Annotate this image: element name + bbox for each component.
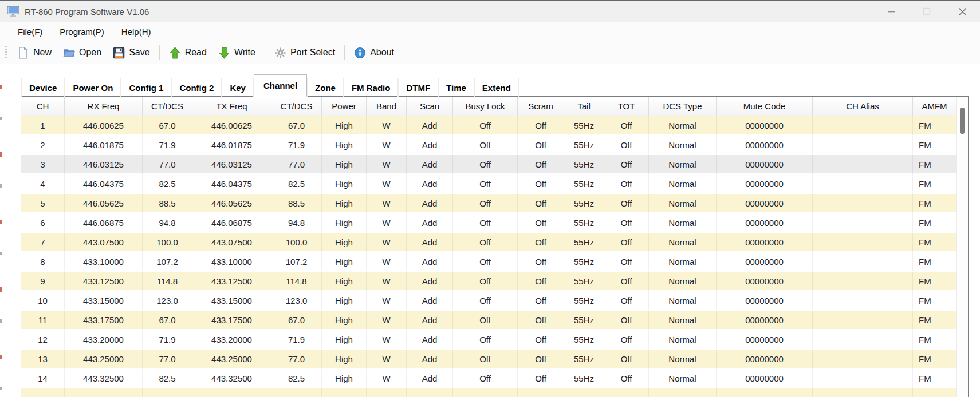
cell-busy-lock-8[interactable]: Off — [453, 252, 518, 272]
cell-rx-freq-1[interactable]: 446.03125 — [65, 155, 143, 174]
cell-band-6[interactable]: W — [367, 291, 407, 311]
cell-tail-10[interactable]: 55Hz — [564, 213, 604, 233]
cell-mute-code-13[interactable]: 00000000 — [717, 252, 813, 272]
table-row[interactable]: 10433.15000123.0433.15000123.0HighWAddOf… — [21, 291, 956, 311]
cell-ch-alias-14[interactable] — [813, 116, 913, 136]
cell-tx-freq-3[interactable]: 433.20000 — [192, 330, 271, 350]
table-row[interactable]: 9433.12500114.8433.12500114.8HighWAddOff… — [21, 272, 956, 291]
cell-tx-freq-3[interactable]: 446.06875 — [192, 213, 271, 233]
cell-ct-dcs-2[interactable]: 94.8 — [143, 213, 192, 233]
cell-ch-0[interactable]: 14 — [21, 369, 65, 388]
cell-dcs-type-12[interactable]: Normal — [649, 369, 717, 388]
table-row[interactable]: 8433.10000107.2433.10000107.2HighWAddOff… — [21, 252, 956, 272]
cell-scram-9[interactable]: Off — [518, 233, 564, 252]
cell-amfm-15[interactable]: FM — [913, 252, 956, 272]
cell-busy-lock-8[interactable]: Off — [453, 350, 518, 369]
open-button[interactable]: Open — [57, 45, 107, 61]
cell-band-6[interactable]: W — [367, 174, 407, 194]
cell-amfm-15[interactable]: FM — [913, 369, 956, 388]
cell-busy-lock-8[interactable]: Off — [453, 369, 518, 388]
cell-band-6[interactable]: W — [367, 369, 407, 388]
cell-mute-code-13[interactable]: 00000000 — [717, 272, 813, 291]
cell-rx-freq-1[interactable]: 443.25000 — [65, 350, 143, 369]
cell-power-5[interactable]: High — [322, 194, 367, 213]
cell-power-5[interactable]: High — [322, 136, 367, 155]
cell-rx-freq-1[interactable]: 433.10000 — [65, 252, 143, 272]
cell-tail-10[interactable]: 55Hz — [564, 174, 604, 194]
cell-ct-dcs-2[interactable]: 88.5 — [143, 194, 192, 213]
cell-band-6[interactable]: W — [367, 311, 407, 330]
cell-tot-11[interactable]: Off — [604, 174, 649, 194]
cell-dcs-type-12[interactable]: Normal — [649, 194, 717, 213]
cell-mute-code-13[interactable]: 00000000 — [717, 291, 813, 311]
cell-scan-7[interactable]: Add — [407, 369, 453, 388]
cell-ct-dcs-2[interactable]: 71.9 — [143, 136, 192, 155]
cell-mute-code-13[interactable]: 00000000 — [717, 174, 813, 194]
column-header-tail-10[interactable]: Tail — [564, 97, 604, 116]
cell-scan-7[interactable]: Add — [407, 272, 453, 291]
cell-mute-code-13[interactable]: 00000000 — [717, 194, 813, 213]
cell-ct-dcs-2[interactable]: 77.0 — [143, 350, 192, 369]
about-button[interactable]: About — [348, 45, 400, 61]
cell-ch-alias-14[interactable] — [813, 311, 913, 330]
column-header-rx-freq-1[interactable]: RX Freq — [65, 97, 143, 116]
tab-power-on[interactable]: Power On — [65, 78, 121, 97]
cell-ct-dcs-4[interactable]: 100.0 — [271, 233, 322, 252]
cell-empty[interactable] — [649, 388, 717, 397]
cell-scan-7[interactable]: Add — [407, 311, 453, 330]
cell-scram-9[interactable]: Off — [518, 350, 564, 369]
column-header-tx-freq-3[interactable]: TX Freq — [192, 97, 271, 116]
cell-tail-10[interactable]: 55Hz — [564, 136, 604, 155]
cell-scram-9[interactable]: Off — [518, 272, 564, 291]
menu-item-program-p[interactable]: Program(P) — [51, 24, 113, 39]
column-header-busy-lock-8[interactable]: Busy Lock — [453, 97, 518, 116]
save-button[interactable]: Save — [107, 45, 155, 61]
cell-ch-0[interactable]: 13 — [21, 350, 65, 369]
cell-band-6[interactable]: W — [367, 330, 407, 350]
cell-dcs-type-12[interactable]: Normal — [649, 136, 717, 155]
cell-tx-freq-3[interactable]: 433.15000 — [192, 291, 271, 311]
cell-ct-dcs-4[interactable]: 123.0 — [271, 291, 322, 311]
cell-ct-dcs-2[interactable]: 114.8 — [143, 272, 192, 291]
column-header-tot-11[interactable]: TOT — [604, 97, 649, 116]
cell-tx-freq-3[interactable]: 446.03125 — [192, 155, 271, 174]
cell-ch-alias-14[interactable] — [813, 213, 913, 233]
cell-scram-9[interactable]: Off — [518, 136, 564, 155]
cell-amfm-15[interactable]: FM — [913, 194, 956, 213]
cell-mute-code-13[interactable]: 00000000 — [717, 136, 813, 155]
cell-scan-7[interactable]: Add — [407, 155, 453, 174]
column-header-dcs-type-12[interactable]: DCS Type — [649, 97, 717, 116]
tab-dtmf[interactable]: DTMF — [398, 78, 438, 97]
tab-config-2[interactable]: Config 2 — [171, 78, 222, 97]
cell-tx-freq-3[interactable]: 443.07500 — [192, 233, 271, 252]
cell-ch-alias-14[interactable] — [813, 272, 913, 291]
write-button[interactable]: Write — [212, 45, 261, 61]
cell-tot-11[interactable]: Off — [604, 350, 649, 369]
cell-ct-dcs-4[interactable]: 67.0 — [271, 311, 322, 330]
cell-empty[interactable] — [367, 388, 407, 397]
cell-ch-0[interactable]: 10 — [21, 291, 65, 311]
cell-tail-10[interactable]: 55Hz — [564, 194, 604, 213]
cell-busy-lock-8[interactable]: Off — [453, 213, 518, 233]
cell-scan-7[interactable]: Add — [407, 252, 453, 272]
cell-band-6[interactable]: W — [367, 252, 407, 272]
cell-tx-freq-3[interactable]: 446.05625 — [192, 194, 271, 213]
cell-amfm-15[interactable]: FM — [913, 272, 956, 291]
menu-item-help-h[interactable]: Help(H) — [113, 24, 160, 39]
cell-amfm-15[interactable]: FM — [913, 213, 956, 233]
cell-empty[interactable] — [604, 388, 649, 397]
cell-ct-dcs-2[interactable]: 82.5 — [143, 174, 192, 194]
scrollbar-thumb[interactable] — [960, 108, 965, 134]
cell-rx-freq-1[interactable]: 446.00625 — [65, 116, 143, 136]
cell-tot-11[interactable]: Off — [604, 213, 649, 233]
cell-amfm-15[interactable]: FM — [913, 311, 956, 330]
cell-band-6[interactable]: W — [367, 116, 407, 136]
cell-busy-lock-8[interactable]: Off — [453, 291, 518, 311]
cell-ct-dcs-4[interactable]: 77.0 — [271, 350, 322, 369]
cell-power-5[interactable]: High — [322, 116, 367, 136]
cell-ct-dcs-2[interactable]: 67.0 — [143, 116, 192, 136]
cell-ch-0[interactable]: 5 — [21, 194, 65, 213]
cell-scram-9[interactable]: Off — [518, 330, 564, 350]
cell-ct-dcs-4[interactable]: 94.8 — [271, 213, 322, 233]
cell-tx-freq-3[interactable]: 433.10000 — [192, 252, 271, 272]
